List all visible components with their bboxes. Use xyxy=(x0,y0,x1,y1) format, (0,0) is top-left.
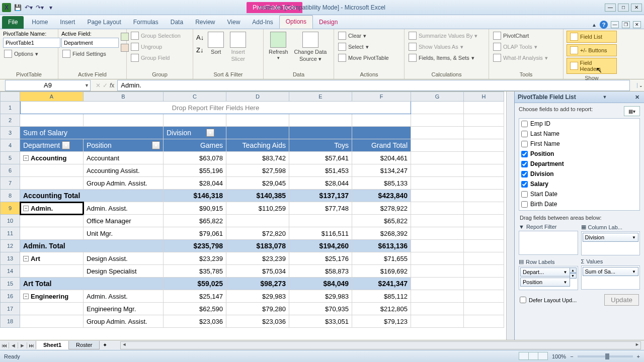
cell[interactable] xyxy=(411,265,464,278)
cell[interactable]: Engineering Mgr. xyxy=(84,303,164,315)
row-header[interactable]: 12 xyxy=(0,240,20,252)
cell[interactable]: $29,983 xyxy=(289,290,352,303)
cell[interactable]: $28,044 xyxy=(289,177,352,190)
cell[interactable] xyxy=(411,290,464,303)
cell[interactable] xyxy=(20,215,84,227)
cell[interactable] xyxy=(464,127,504,139)
cell[interactable] xyxy=(464,202,504,215)
cell[interactable]: $140,385 xyxy=(226,190,289,202)
row-chip-department[interactable]: Depart...▼ xyxy=(520,267,570,277)
minimize-button[interactable]: — xyxy=(605,4,616,12)
field-item[interactable]: Position xyxy=(519,149,639,159)
field-checkbox[interactable] xyxy=(521,161,528,167)
row-header[interactable]: 1 xyxy=(0,102,20,114)
cell[interactable]: $84,049 xyxy=(289,278,352,290)
cell[interactable]: −Engineering xyxy=(20,290,84,303)
pivottable-name-input[interactable] xyxy=(3,38,60,48)
insert-slicer-button[interactable]: InsertSlicer xyxy=(228,31,248,63)
cell[interactable] xyxy=(464,190,504,202)
cell[interactable]: $98,273 xyxy=(226,278,289,290)
qat-customize-icon[interactable]: ▾ xyxy=(46,3,55,12)
field-item[interactable]: First Name xyxy=(519,139,639,149)
cell[interactable]: $169,692 xyxy=(352,265,411,278)
redo-icon[interactable]: ↷▾ xyxy=(35,3,44,12)
sort-asc-icon[interactable]: A↓ xyxy=(196,34,204,41)
cell[interactable] xyxy=(464,215,504,227)
sheet-tab-sheet1[interactable]: Sheet1 xyxy=(36,341,69,349)
col-header-c[interactable]: C xyxy=(164,92,226,102)
excel-icon[interactable]: X xyxy=(2,3,11,12)
close-button[interactable]: ✕ xyxy=(631,4,642,12)
tab-home[interactable]: Home xyxy=(26,16,54,29)
row-labels-area[interactable]: Depart...▼ Position▼ ▲▼ xyxy=(519,266,578,290)
cell[interactable]: $27,598 xyxy=(226,164,289,177)
cell[interactable]: −Admin. xyxy=(20,202,84,215)
olap-tools-button[interactable]: OLAP Tools ▾ xyxy=(492,42,549,52)
cell[interactable]: Admin. Assist. xyxy=(84,202,164,215)
row-header[interactable]: 4 xyxy=(0,139,20,152)
cell[interactable] xyxy=(411,127,464,139)
cell[interactable]: $90,915 xyxy=(164,202,226,215)
cell[interactable] xyxy=(20,303,84,315)
workbook-minimize-button[interactable]: — xyxy=(611,21,619,28)
values-area[interactable]: Sum of Sa...▼ xyxy=(581,265,640,290)
cell[interactable] xyxy=(411,190,464,202)
sort-button[interactable]: Sort xyxy=(206,31,226,56)
vertical-scrollbar[interactable] xyxy=(506,92,514,340)
field-checkbox[interactable] xyxy=(521,181,528,188)
summarize-values-button[interactable]: Summarize Values By ▾ xyxy=(408,31,478,41)
cell[interactable]: $268,392 xyxy=(352,227,411,240)
cell[interactable] xyxy=(226,127,289,139)
cell[interactable]: Group Admin. Assist. xyxy=(84,177,164,190)
sheet-nav-arrows[interactable]: ⏮◄►⏭ xyxy=(0,342,36,348)
cell[interactable]: $29,045 xyxy=(226,177,289,190)
field-item[interactable]: Last Name xyxy=(519,129,639,139)
cell[interactable] xyxy=(411,139,464,152)
cell[interactable] xyxy=(411,102,464,114)
column-chip-division[interactable]: Division▼ xyxy=(583,233,639,242)
cell[interactable] xyxy=(84,114,164,127)
cell[interactable]: $23,239 xyxy=(226,252,289,265)
zoom-in-icon[interactable]: + xyxy=(637,353,640,359)
field-list-toggle[interactable]: Field List xyxy=(567,31,617,43)
cell[interactable]: $212,805 xyxy=(352,303,411,315)
cell[interactable]: $278,922 xyxy=(352,202,411,215)
cell[interactable]: $28,044 xyxy=(164,177,226,190)
fx-icon[interactable]: fx xyxy=(110,82,114,89)
row-header[interactable]: 8 xyxy=(0,190,20,202)
cell[interactable]: $194,260 xyxy=(289,240,352,252)
row-header[interactable]: 18 xyxy=(0,315,20,328)
cell[interactable]: $23,239 xyxy=(164,252,226,265)
whatif-button[interactable]: What-If Analysis ▾ xyxy=(492,53,549,63)
formula-bar[interactable]: Admin. xyxy=(117,80,630,91)
tab-file[interactable]: File xyxy=(2,16,24,29)
column-labels-area[interactable]: Division▼ xyxy=(581,231,640,255)
cell[interactable] xyxy=(352,114,411,127)
cell[interactable] xyxy=(464,278,504,290)
col-header-b[interactable]: B xyxy=(84,92,164,102)
cell[interactable]: Art Total xyxy=(20,278,164,290)
select-all-corner[interactable] xyxy=(0,92,20,102)
cell[interactable] xyxy=(411,215,464,227)
cell[interactable] xyxy=(226,114,289,127)
cell[interactable]: $137,137 xyxy=(289,190,352,202)
position-filter-icon[interactable]: ▼ xyxy=(152,141,160,149)
cell[interactable] xyxy=(464,114,504,127)
tab-insert[interactable]: Insert xyxy=(54,16,81,29)
cell[interactable] xyxy=(289,215,352,227)
cell[interactable]: $79,123 xyxy=(352,315,411,328)
cell[interactable] xyxy=(20,227,84,240)
tab-data[interactable]: Data xyxy=(165,16,189,29)
active-field-input[interactable] xyxy=(61,38,119,48)
cell[interactable]: −Art xyxy=(20,252,84,265)
cell[interactable]: $58,873 xyxy=(289,265,352,278)
cell[interactable] xyxy=(464,152,504,164)
cell[interactable]: $116,511 xyxy=(289,227,352,240)
maximize-button[interactable]: □ xyxy=(618,4,629,12)
cell[interactable]: $183,078 xyxy=(226,240,289,252)
field-list-dropdown-icon[interactable]: ▼ xyxy=(602,95,607,100)
tab-options[interactable]: Options xyxy=(279,15,313,29)
cell[interactable]: Group Admin. Assist. xyxy=(84,315,164,328)
cell[interactable]: Division▼ xyxy=(164,127,226,139)
cell[interactable] xyxy=(411,315,464,328)
